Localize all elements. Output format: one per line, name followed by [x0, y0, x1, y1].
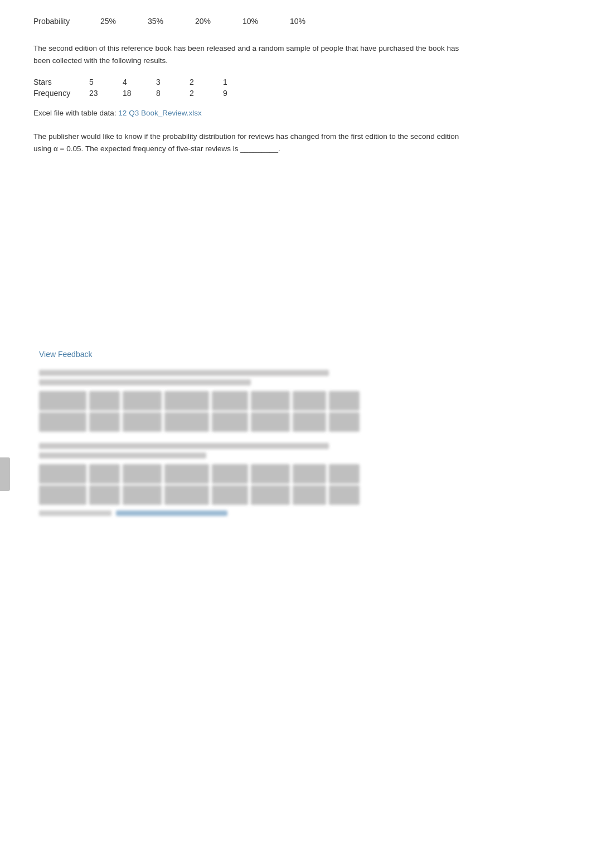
blurred-cell [329, 464, 360, 484]
blurred-cell [212, 464, 248, 484]
excel-link-section: Excel file with table data: 12 Q3 Book_R… [33, 109, 468, 117]
blurred-cell [123, 485, 162, 505]
blurred-table-row-3 [39, 464, 586, 484]
blurred-feedback-content [33, 370, 592, 516]
probability-values: 25% 35% 20% 10% 10% [100, 17, 315, 26]
blurred-link-row [39, 510, 586, 516]
prob-value-1: 25% [100, 17, 125, 26]
blurred-cell [212, 412, 248, 432]
blurred-cell [164, 485, 209, 505]
blurred-group-2 [39, 443, 586, 516]
blurred-cell [123, 391, 162, 411]
blurred-cell [251, 485, 290, 505]
stars-val-1: 5 [89, 76, 123, 88]
freq-val-1: 23 [89, 88, 123, 99]
blurred-cell [212, 485, 248, 505]
stars-val-3: 3 [156, 76, 190, 88]
excel-file-link[interactable]: 12 Q3 Book_Review.xlsx [118, 109, 201, 117]
blurred-text-2 [39, 379, 586, 385]
blurred-group-1 [39, 370, 586, 432]
blurred-text-3 [39, 443, 586, 449]
blurred-cell [293, 412, 326, 432]
blurred-line-4 [39, 452, 206, 459]
blurred-text-4 [39, 452, 586, 459]
prob-value-3: 20% [195, 17, 220, 26]
blurred-line-3 [39, 443, 329, 449]
blurred-cell [329, 412, 360, 432]
blurred-cell [89, 464, 120, 484]
question-paragraph: The publisher would like to know if the … [33, 131, 468, 155]
blurred-cell [293, 391, 326, 411]
prob-value-4: 10% [242, 17, 268, 26]
blurred-cell [123, 464, 162, 484]
blurred-cell [39, 464, 86, 484]
stars-frequency-table: Stars 5 4 3 2 1 Frequency 23 18 8 2 9 [33, 76, 256, 99]
probability-section: Probability 25% 35% 20% 10% 10% [33, 17, 468, 26]
excel-label-text: Excel file with table data: [33, 109, 117, 117]
freq-val-5: 9 [223, 88, 256, 99]
blurred-cell [293, 464, 326, 484]
blurred-link-url [116, 510, 227, 516]
blurred-cell [164, 412, 209, 432]
stars-val-5: 1 [223, 76, 256, 88]
blurred-cell [89, 412, 120, 432]
stars-label: Stars [33, 76, 89, 88]
blurred-cell [293, 485, 326, 505]
freq-val-2: 18 [123, 88, 156, 99]
blurred-cell [251, 412, 290, 432]
blurred-cell [251, 464, 290, 484]
view-feedback-link[interactable]: View Feedback [39, 350, 92, 359]
blurred-text-1 [39, 370, 586, 376]
blurred-cell [164, 464, 209, 484]
probability-label: Probability [33, 17, 100, 26]
blurred-cell [329, 391, 360, 411]
frequency-label: Frequency [33, 88, 89, 99]
prob-value-2: 35% [148, 17, 173, 26]
table-row-frequency: Frequency 23 18 8 2 9 [33, 88, 256, 99]
table-row-stars: Stars 5 4 3 2 1 [33, 76, 256, 88]
sidebar-tab[interactable] [0, 457, 10, 491]
blurred-table-row-2 [39, 412, 586, 432]
blurred-cell [89, 391, 120, 411]
blurred-cell [89, 485, 120, 505]
blurred-cell [164, 391, 209, 411]
intro-paragraph: The second edition of this reference boo… [33, 42, 468, 66]
blurred-cell [123, 412, 162, 432]
blurred-cell [39, 391, 86, 411]
blurred-cell [329, 485, 360, 505]
freq-val-4: 2 [190, 88, 223, 99]
blurred-cell [39, 485, 86, 505]
blurred-cell [251, 391, 290, 411]
stars-val-4: 2 [190, 76, 223, 88]
prob-value-5: 10% [290, 17, 315, 26]
blurred-cell [212, 391, 248, 411]
blurred-line-1 [39, 370, 329, 376]
freq-val-3: 8 [156, 88, 190, 99]
blurred-line-2 [39, 379, 251, 385]
blurred-link-label [39, 510, 111, 516]
blurred-table-row-4 [39, 485, 586, 505]
blurred-table-row-1 [39, 391, 586, 411]
stars-val-2: 4 [123, 76, 156, 88]
feedback-section: View Feedback [0, 350, 592, 516]
view-feedback-area: View Feedback [33, 350, 592, 359]
blurred-cell [39, 412, 86, 432]
